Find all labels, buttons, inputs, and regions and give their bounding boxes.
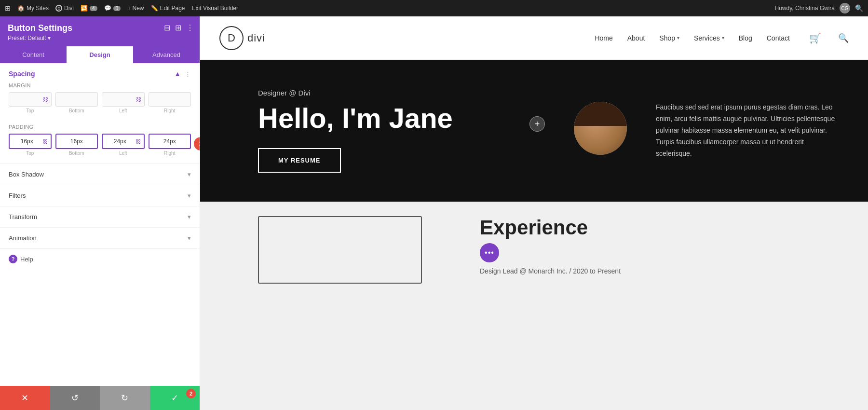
wordpress-icon: ⊞ (5, 4, 11, 12)
help-row[interactable]: ? Help (0, 248, 200, 269)
padding-left-label: Left (119, 150, 127, 156)
transform-section[interactable]: Transform ▾ (0, 206, 200, 227)
spacing-section-header[interactable]: Spacing ▲ ⋮ (0, 63, 200, 82)
site-logo: D divi (219, 26, 265, 50)
margin-top-label: Top (26, 108, 34, 113)
left-panel: Button Settings Preset: Default ▾ ⊟ ⊞ ⋮ … (0, 16, 200, 410)
nav-blog[interactable]: Blog (739, 34, 752, 42)
padding-right-field: Right (149, 134, 191, 156)
shop-dropdown-icon: ▾ (677, 35, 679, 41)
website-preview: D divi Home About Shop ▾ Services ▾ (200, 16, 868, 410)
transform-chevron-icon: ▾ (188, 213, 191, 220)
add-element-button[interactable]: + (529, 116, 545, 132)
padding-bottom-input-wrapper (55, 134, 98, 149)
resume-button[interactable]: MY RESUME (258, 148, 341, 173)
experience-fab-dots-icon: ••• (485, 248, 494, 257)
website-nav: D divi Home About Shop ▾ Services ▾ (200, 16, 868, 60)
hero-avatar-area (574, 102, 627, 155)
experience-subtitle: Design Lead @ Monarch Inc. / 2020 to Pre… (480, 267, 839, 275)
admin-bar-right: Howdy, Christina Gwira CG 🔍 (775, 3, 863, 14)
wp-icon[interactable]: ⊞ (5, 4, 11, 12)
transform-label: Transform (9, 213, 188, 220)
padding-bottom-label: Bottom (69, 150, 84, 156)
padding-top-label: Top (26, 150, 34, 156)
experience-section: Experience ••• Design Lead @ Monarch Inc… (200, 202, 868, 410)
hero-section: Designer @ Divi Hello, I'm Jane MY RESUM… (200, 60, 868, 202)
margin-right-input[interactable] (152, 96, 188, 103)
save-button[interactable]: ✓ 2 (150, 386, 200, 410)
panel-body: Spacing ▲ ⋮ Margin ⛓ Top (0, 63, 200, 386)
avatar[interactable]: CG (840, 3, 850, 14)
padding-bottom-input[interactable] (59, 138, 95, 145)
new-menu[interactable]: + New (127, 5, 144, 12)
tab-design[interactable]: Design (67, 46, 133, 63)
services-dropdown-icon: ▾ (722, 35, 724, 41)
exit-builder-btn[interactable]: Exit Visual Builder (192, 5, 239, 12)
exp-left (258, 216, 451, 284)
redo-button[interactable]: ↻ (100, 386, 150, 410)
margin-top-input[interactable] (12, 96, 41, 103)
animation-section[interactable]: Animation ▾ (0, 227, 200, 248)
nav-about[interactable]: About (627, 34, 645, 42)
layout-panel-icon[interactable]: ⊞ (175, 23, 181, 32)
more-options-icon[interactable]: ⋮ (186, 23, 194, 32)
margin-link-icon[interactable]: ⛓ (43, 96, 48, 102)
padding-link2-icon[interactable]: ⛓ (136, 138, 141, 144)
cart-icon[interactable]: 🛒 (809, 32, 821, 44)
my-sites-menu[interactable]: 🏠 My Sites (17, 5, 49, 12)
avatar-hair (574, 102, 627, 126)
cancel-button[interactable]: ✕ (0, 386, 50, 410)
logo-d: D (228, 32, 235, 44)
margin-top-field: ⛓ Top (9, 92, 52, 113)
padding-left-input-wrapper: ⛓ (102, 134, 145, 149)
margin-right-input-wrapper (149, 92, 191, 107)
chat-count: 0 (113, 6, 121, 11)
filters-section[interactable]: Filters ▾ (0, 185, 200, 206)
chat-menu[interactable]: 💬 0 (104, 5, 121, 12)
margin-left-input[interactable] (105, 96, 135, 103)
help-label: Help (20, 256, 33, 263)
nav-search-icon[interactable]: 🔍 (838, 33, 849, 43)
experience-fab-button[interactable]: ••• (480, 243, 499, 262)
nav-home[interactable]: Home (595, 34, 612, 42)
home-icon: 🏠 (17, 5, 25, 12)
padding-right-input[interactable] (152, 138, 188, 145)
box-shadow-section[interactable]: Box Shadow ▾ (0, 164, 200, 185)
hero-subtitle: Designer @ Divi (258, 89, 501, 97)
padding-group: Padding 16px ⛓ Top Bottom (0, 124, 200, 164)
padding-label: Padding (9, 124, 191, 130)
undo-button[interactable]: ↺ (50, 386, 100, 410)
admin-bar: ⊞ 🏠 My Sites D Divi 🔁 4 💬 0 + New ✏️ Edi… (0, 0, 868, 16)
search-icon[interactable]: 🔍 (855, 4, 863, 12)
margin-bottom-input[interactable] (59, 96, 95, 103)
margin-right-field: Right (149, 92, 191, 113)
padding-link-icon[interactable]: ⛓ (42, 138, 48, 144)
box-shadow-chevron-icon: ▾ (188, 171, 191, 178)
spacing-more-icon[interactable]: ⋮ (185, 70, 191, 78)
margin-left-label: Left (119, 108, 127, 113)
divi-menu[interactable]: D Divi (55, 5, 74, 12)
padding-left-field: ⛓ Left (102, 134, 145, 156)
tab-content[interactable]: Content (0, 46, 67, 63)
nav-services[interactable]: Services ▾ (694, 34, 724, 42)
save-badge: 2 (186, 389, 196, 398)
panel-header: Button Settings Preset: Default ▾ ⊟ ⊞ ⋮ (0, 16, 200, 46)
spacing-chevron-icon[interactable]: ▲ (174, 70, 181, 78)
box-shadow-label: Box Shadow (9, 171, 188, 178)
margin-label: Margin (9, 82, 191, 88)
collapse-panel-icon[interactable]: ⊟ (164, 23, 170, 32)
divi-logo-icon: D (55, 5, 62, 12)
edit-page-btn[interactable]: ✏️ Edit Page (151, 5, 185, 12)
panel-header-icons: ⊟ ⊞ ⋮ (164, 23, 194, 32)
padding-top-input[interactable]: 16px (13, 138, 41, 145)
tab-advanced[interactable]: Advanced (133, 46, 200, 63)
hero-title: Hello, I'm Jane (258, 103, 501, 134)
comments-menu[interactable]: 🔁 4 (81, 5, 97, 12)
panel-preset[interactable]: Preset: Default ▾ (8, 35, 192, 41)
padding-right-input-wrapper (149, 134, 191, 149)
chat-icon: 💬 (104, 5, 111, 12)
margin-link2-icon[interactable]: ⛓ (136, 96, 141, 102)
nav-shop[interactable]: Shop ▾ (659, 34, 679, 42)
nav-contact[interactable]: Contact (767, 34, 790, 42)
padding-left-input[interactable] (106, 138, 135, 145)
